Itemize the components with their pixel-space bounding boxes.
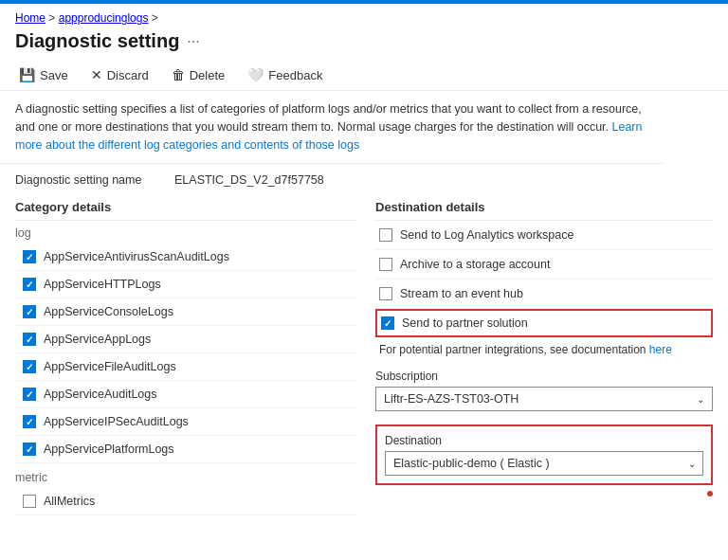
delete-button[interactable]: 🗑 Delete (168, 65, 229, 84)
dest-label-log-analytics: Send to Log Analytics workspace (400, 228, 573, 242)
dest-label-storage: Archive to a storage account (400, 258, 550, 271)
checkbox-2[interactable] (23, 278, 36, 291)
setting-name-row: Diagnostic setting name ELASTIC_DS_V2_d7… (0, 164, 728, 192)
log-item-1: AppServiceAntivirusScanAuditLogs (15, 244, 356, 271)
log-item-2: AppServiceHTTPLogs (15, 271, 356, 298)
breadcrumb-sep1: > (48, 11, 58, 25)
destination-label: Destination (385, 434, 703, 447)
log-item-5: AppServiceFileAuditLogs (15, 353, 356, 381)
log-item-7: AppServiceIPSecAuditLogs (15, 408, 356, 436)
checkbox-1[interactable] (23, 250, 36, 263)
toolbar: 💾 Save ✕ Discard 🗑 Delete 🤍 Feedback (0, 60, 728, 91)
checkbox-event-hub[interactable] (379, 287, 392, 300)
checkbox-8[interactable] (23, 443, 36, 456)
checkbox-7[interactable] (23, 415, 36, 428)
discard-icon: ✕ (91, 67, 102, 82)
feedback-label: Feedback (268, 68, 322, 82)
log-label-2: AppServiceHTTPLogs (44, 278, 161, 291)
feedback-button[interactable]: 🤍 Feedback (244, 65, 326, 84)
subscription-value: Liftr-ES-AZS-TST03-OTH (384, 392, 519, 406)
save-label: Save (40, 68, 68, 82)
metric-label-1: AllMetrics (44, 495, 95, 508)
description-text1: A diagnostic setting specifies a list of… (15, 102, 642, 134)
subscription-label: Subscription (375, 370, 713, 383)
category-details-header: Category details (15, 192, 356, 221)
log-list: AppServiceAntivirusScanAuditLogs AppServ… (15, 244, 356, 463)
metric-section: metric AllMetrics (15, 465, 356, 515)
metric-subsection-header: metric (15, 465, 356, 488)
log-label-3: AppServiceConsoleLogs (44, 305, 173, 318)
delete-icon: 🗑 (172, 67, 185, 82)
partner-link[interactable]: here (649, 343, 672, 356)
checkbox-log-analytics[interactable] (379, 228, 392, 242)
log-label-1: AppServiceAntivirusScanAuditLogs (44, 250, 229, 263)
dest-item-partner: Send to partner solution (375, 309, 713, 337)
discard-button[interactable]: ✕ Discard (87, 65, 153, 84)
checkbox-storage[interactable] (379, 258, 392, 271)
dest-item-storage: Archive to a storage account (375, 250, 713, 280)
breadcrumb-resource[interactable]: appproducinglogs (59, 11, 149, 25)
log-label-8: AppServicePlatformLogs (44, 443, 174, 456)
checkbox-metric-1[interactable] (23, 495, 36, 508)
dest-item-log-analytics: Send to Log Analytics workspace (375, 221, 713, 250)
page-title-ellipsis[interactable]: ··· (187, 33, 199, 50)
dest-label-event-hub: Stream to an event hub (400, 287, 523, 300)
subscription-arrow-icon: ⌄ (697, 394, 704, 405)
checkbox-partner[interactable] (381, 316, 394, 330)
feedback-icon: 🤍 (247, 67, 264, 82)
page-title-container: Diagnostic setting ··· (0, 28, 728, 60)
save-icon: 💾 (19, 67, 35, 82)
setting-name-label: Diagnostic setting name (15, 173, 167, 187)
checkbox-3[interactable] (23, 305, 36, 318)
save-button[interactable]: 💾 Save (15, 65, 72, 84)
checkbox-6[interactable] (23, 388, 36, 401)
subscription-input[interactable]: Liftr-ES-AZS-TST03-OTH ⌄ (375, 387, 713, 411)
delete-label: Delete (190, 68, 226, 82)
breadcrumb-sep2: > (152, 11, 158, 25)
right-panel: Destination details Send to Log Analytic… (375, 192, 713, 515)
log-subsection-header: log (15, 221, 356, 244)
breadcrumb: Home > appproducinglogs > (0, 4, 728, 28)
log-item-3: AppServiceConsoleLogs (15, 298, 356, 326)
log-label-6: AppServiceAuditLogs (44, 388, 157, 401)
discard-label: Discard (107, 68, 149, 82)
metric-item-1: AllMetrics (15, 488, 356, 515)
destination-select-wrapper: Elastic-public-demo ( Elastic ) ⌄ (385, 451, 703, 476)
dest-label-partner: Send to partner solution (402, 316, 528, 330)
main-content: Category details log AppServiceAntivirus… (0, 192, 728, 515)
destination-select[interactable]: Elastic-public-demo ( Elastic ) (385, 451, 703, 476)
description-block: A diagnostic setting specifies a list of… (0, 91, 664, 164)
log-item-4: AppServiceAppLogs (15, 326, 356, 353)
log-label-4: AppServiceAppLogs (44, 333, 151, 346)
log-item-8: AppServicePlatformLogs (15, 436, 356, 463)
log-item-6: AppServiceAuditLogs (15, 381, 356, 408)
destination-details-header: Destination details (375, 192, 713, 221)
checkbox-4[interactable] (23, 333, 36, 346)
partner-note-text: For potential partner integrations, see … (379, 343, 649, 356)
breadcrumb-home[interactable]: Home (15, 11, 46, 25)
page-title: Diagnostic setting (15, 30, 179, 52)
destination-group: Destination Elastic-public-demo ( Elasti… (375, 425, 713, 485)
dest-item-event-hub: Stream to an event hub (375, 280, 713, 309)
log-label-7: AppServiceIPSecAuditLogs (44, 415, 189, 428)
left-panel: Category details log AppServiceAntivirus… (15, 192, 356, 515)
subscription-group: Subscription Liftr-ES-AZS-TST03-OTH ⌄ (375, 364, 713, 417)
partner-note: For potential partner integrations, see … (375, 337, 713, 364)
log-label-5: AppServiceFileAuditLogs (44, 360, 176, 373)
checkbox-5[interactable] (23, 360, 36, 373)
setting-name-value: ELASTIC_DS_V2_d7f57758 (174, 173, 324, 187)
